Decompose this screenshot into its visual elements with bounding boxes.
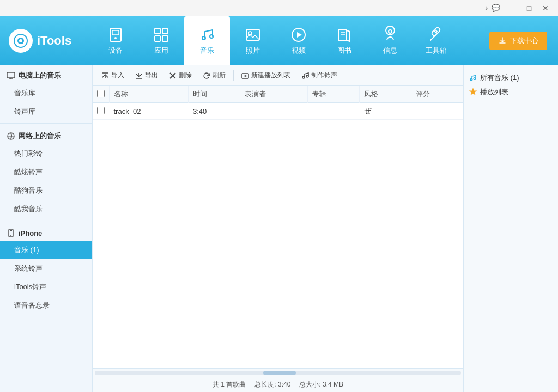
refresh-icon xyxy=(203,72,210,79)
row-genre: ぜ xyxy=(360,103,411,120)
chat-title-icon: 💬 xyxy=(492,4,500,12)
sidebar-item-music-library[interactable]: 音乐库 xyxy=(0,84,92,102)
export-icon xyxy=(135,72,143,79)
music-table: 名称 时间 表演者 专辑 风格 评分 track_02 3:40 xyxy=(93,86,463,120)
table-row: track_02 3:40 ぜ xyxy=(93,103,463,120)
svg-point-32 xyxy=(470,78,472,81)
sidebar-item-sys-ringtone[interactable]: 系统铃声 xyxy=(0,259,92,278)
network-icon xyxy=(7,132,15,140)
row-rating xyxy=(411,103,463,120)
sidebar: 电脑上的音乐 音乐库 铃声库 网络上的音乐 热门彩铃 酷炫铃声 酷狗音乐 酷我音… xyxy=(0,65,93,392)
col-name[interactable]: 名称 xyxy=(110,86,189,103)
right-panel: 所有音乐 (1) 播放列表 xyxy=(463,65,558,392)
nav-tab-device[interactable]: 设备 xyxy=(93,16,138,65)
make-ringtone-icon xyxy=(301,72,309,79)
music-table-area: 名称 时间 表演者 专辑 风格 评分 track_02 3:40 xyxy=(93,86,463,368)
refresh-button[interactable]: 刷新 xyxy=(198,69,230,82)
svg-point-5 xyxy=(114,37,117,39)
total-songs: 共 1 首歌曲 xyxy=(213,380,246,389)
total-size: 总大小: 3.4 MB xyxy=(299,380,343,389)
svg-marker-15 xyxy=(297,32,302,38)
row-checkbox-cell xyxy=(93,103,110,120)
row-checkbox[interactable] xyxy=(97,107,105,114)
content-area: 导入 导出 删除 xyxy=(93,65,463,392)
window-controls: — □ ✕ xyxy=(505,0,554,16)
sidebar-item-hot-ringtone[interactable]: 热门彩铃 xyxy=(0,144,92,163)
divider-2 xyxy=(0,220,92,221)
col-rating[interactable]: 评分 xyxy=(411,86,463,103)
nav-tabs: 设备 应用 音乐 xyxy=(93,16,489,65)
music-note-icon xyxy=(469,74,477,82)
top-nav: iTools 设备 应用 xyxy=(0,16,558,65)
new-playlist-button[interactable]: 新建播放列表 xyxy=(237,69,295,82)
statusbar: 共 1 首歌曲 总长度: 3:40 总大小: 3.4 MB xyxy=(93,377,463,392)
photos-icon xyxy=(244,26,262,44)
svg-point-30 xyxy=(302,76,305,78)
main-area: 电脑上的音乐 音乐库 铃声库 网络上的音乐 热门彩铃 酷炫铃声 酷狗音乐 酷我音… xyxy=(0,65,558,392)
row-name: track_02 xyxy=(110,103,189,120)
sidebar-item-music-count[interactable]: 音乐 (1) xyxy=(0,241,92,259)
monitor-icon xyxy=(7,71,15,80)
delete-button[interactable]: 删除 xyxy=(165,69,196,82)
tools-icon xyxy=(427,26,445,44)
sidebar-item-cool-me[interactable]: 酷我音乐 xyxy=(0,200,92,218)
col-checkbox xyxy=(93,86,110,103)
close-button[interactable]: ✕ xyxy=(537,0,554,16)
col-time[interactable]: 时间 xyxy=(189,86,240,103)
star-icon xyxy=(469,88,477,96)
svg-rect-7 xyxy=(162,28,168,34)
delete-icon xyxy=(169,72,177,79)
svg-rect-4 xyxy=(112,30,119,35)
col-genre[interactable]: 风格 xyxy=(360,86,411,103)
svg-point-31 xyxy=(306,75,308,77)
col-album[interactable]: 专辑 xyxy=(308,86,360,103)
rp-all-music[interactable]: 所有音乐 (1) xyxy=(469,71,553,85)
export-button[interactable]: 导出 xyxy=(131,69,162,82)
device-icon xyxy=(107,26,124,44)
horizontal-scrollbar-thumb[interactable] xyxy=(263,371,296,375)
svg-rect-8 xyxy=(155,36,160,41)
import-button[interactable]: 导入 xyxy=(97,69,129,82)
logo-svg xyxy=(13,33,28,48)
total-duration: 总长度: 3:40 xyxy=(254,380,290,389)
divider-1 xyxy=(0,123,92,124)
nav-tab-books[interactable]: 图书 xyxy=(322,16,367,65)
video-icon xyxy=(290,26,307,44)
iphone-icon xyxy=(7,229,15,237)
minimize-button[interactable]: — xyxy=(505,0,521,16)
logo-text: iTools xyxy=(37,34,71,48)
col-artist[interactable]: 表演者 xyxy=(240,86,308,103)
toolbar-separator xyxy=(233,70,234,81)
svg-point-23 xyxy=(10,235,11,236)
info-icon xyxy=(381,26,399,44)
row-artist xyxy=(240,103,308,120)
make-ringtone-button[interactable]: 制作铃声 xyxy=(297,69,342,82)
sidebar-item-cool-ringtone[interactable]: 酷炫铃声 xyxy=(0,163,92,181)
nav-tab-tools[interactable]: 工具箱 xyxy=(413,16,459,65)
music-title-icon: ♪ xyxy=(485,4,489,12)
horizontal-scrollbar-track[interactable] xyxy=(95,371,461,375)
nav-tab-info[interactable]: 信息 xyxy=(367,16,413,65)
svg-point-10 xyxy=(202,36,205,40)
sidebar-item-ringtone-library[interactable]: 铃声库 xyxy=(0,102,92,121)
sidebar-item-cool-music[interactable]: 酷狗音乐 xyxy=(0,181,92,200)
svg-point-2 xyxy=(19,39,22,42)
maximize-button[interactable]: □ xyxy=(521,0,537,16)
svg-rect-12 xyxy=(246,29,259,40)
sidebar-item-voice-memo[interactable]: 语音备忘录 xyxy=(0,296,92,315)
nav-tab-music[interactable]: 音乐 xyxy=(184,16,230,65)
logo-area: iTools xyxy=(0,29,93,53)
nav-tab-video[interactable]: 视频 xyxy=(276,16,322,65)
nav-tab-photos[interactable]: 照片 xyxy=(230,16,276,65)
toolbar: 导入 导出 删除 xyxy=(93,65,463,86)
nav-tab-apps[interactable]: 应用 xyxy=(138,16,184,65)
logo-icon xyxy=(9,29,33,53)
rp-playlist[interactable]: 播放列表 xyxy=(469,85,553,99)
books-icon xyxy=(336,26,353,44)
svg-point-18 xyxy=(389,30,392,33)
select-all-checkbox[interactable] xyxy=(97,90,105,97)
sidebar-item-itools-ringtone[interactable]: iTools铃声 xyxy=(0,278,92,296)
svg-point-11 xyxy=(210,35,213,38)
download-button[interactable]: 下载中心 xyxy=(489,32,547,50)
download-icon xyxy=(498,36,507,45)
